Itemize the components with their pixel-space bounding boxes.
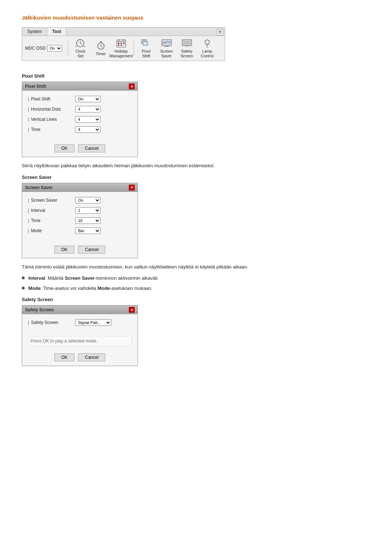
screen-saver-footer: OK Cancel — [22, 243, 138, 258]
mode-label: Mode — [28, 228, 75, 233]
safety-screen-section-header: Safety Screen — [22, 297, 370, 302]
toolbar: System Tool ? MDC OSD On Off ClockSet — [22, 27, 225, 61]
pixel-shift-row-2: Horizontal Dots 12345 — [28, 106, 132, 112]
pixel-shift-field-label: Pixel Shift — [28, 97, 75, 102]
toolbar-icon-safety-screen[interactable]: SafetyScreen — [177, 38, 196, 58]
pixel-shift-row-1: Pixel Shift OnOff — [28, 96, 132, 102]
vertical-lines-label: Vertical Lines — [28, 117, 75, 122]
pixel-shift-cancel-button[interactable]: Cancel — [78, 144, 105, 152]
bullet-mode-text: Mode: Time-asetus voi vaihdella Mode-ase… — [28, 285, 152, 292]
svg-rect-9 — [121, 43, 122, 44]
pixel-shift-ok-button[interactable]: OK — [54, 144, 74, 152]
safety-screen-label: SafetyScreen — [180, 49, 193, 58]
screen-saver-section-header: Screen Saver — [22, 175, 370, 180]
screen-saver-description: Tämä toiminto estää jälkikuvien muodostu… — [22, 263, 370, 271]
toolbar-icon-pixel-shift[interactable]: PixelShift — [137, 38, 156, 58]
toolbar-divider-1 — [68, 41, 68, 56]
interval-label: Interval — [28, 208, 75, 213]
mdc-osd-control: MDC OSD On Off — [25, 45, 62, 52]
screen-saver-title-bar: Screen Saver ✕ — [22, 183, 138, 192]
toolbar-icon-screen-saver[interactable]: ScreenSaver — [157, 38, 176, 58]
toolbar-tabs: System Tool — [22, 28, 225, 36]
time-select-ps[interactable]: 12345 — [75, 126, 101, 133]
lamp-control-icon — [201, 38, 213, 48]
toolbar-icon-clock-set[interactable]: ClockSet — [71, 38, 90, 58]
timer-label: Timer — [96, 52, 106, 56]
pixel-shift-title: Pixel Shift — [25, 84, 46, 89]
screen-saver-select[interactable]: OnOff — [75, 197, 101, 204]
safety-screen-note: Press OK to play a selected mode. — [28, 336, 132, 346]
svg-rect-11 — [118, 45, 119, 46]
svg-rect-14 — [143, 41, 148, 45]
screen-saver-row-1: Screen Saver OnOff — [28, 197, 132, 204]
screen-saver-dialog-body: Screen Saver OnOff Interval 123 Time 102… — [22, 192, 138, 243]
holiday-management-label: HolidayManagement — [110, 49, 133, 58]
svg-rect-10 — [123, 43, 124, 44]
safety-screen-dialog-body: Safety Screen Signal Patt... All White S… — [22, 314, 138, 335]
toolbar-icon-lamp-control[interactable]: LampControl — [198, 38, 217, 58]
pixel-shift-row-4: Time 12345 — [28, 126, 132, 133]
pixel-shift-dialog-body: Pixel Shift OnOff Horizontal Dots 12345 … — [22, 91, 138, 141]
pixel-shift-row-3: Vertical Lines 12345 — [28, 116, 132, 123]
safety-screen-ok-button[interactable]: OK — [54, 353, 74, 361]
help-button[interactable]: ? — [217, 29, 223, 36]
svg-rect-8 — [118, 43, 119, 44]
bullet-dot-2 — [22, 287, 25, 290]
screen-saver-close-button[interactable]: ✕ — [129, 185, 135, 190]
time-label-ss: Time — [28, 218, 75, 223]
clock-set-label: ClockSet — [75, 49, 86, 58]
bullet-mode: Mode: Time-asetus voi vaihdella Mode-ase… — [22, 285, 370, 292]
page-title: Jälkikuvien muodostumisen vastainen suoj… — [22, 15, 370, 21]
pixel-shift-footer: OK Cancel — [22, 141, 138, 157]
pixel-shift-icon — [140, 38, 152, 48]
holiday-management-icon — [115, 38, 127, 48]
screen-saver-bullet-list: Interval: Määritä Screen Saver-toiminnon… — [22, 275, 370, 292]
pixel-shift-dialog: Pixel Shift ✕ Pixel Shift OnOff Horizont… — [22, 82, 138, 157]
safety-screen-icon — [181, 38, 193, 48]
pixel-shift-title-bar: Pixel Shift ✕ — [22, 82, 138, 91]
time-label-ps: Time — [28, 127, 75, 132]
svg-line-31 — [210, 41, 211, 41]
screen-saver-row-2: Interval 123 — [28, 207, 132, 214]
safety-screen-close-button[interactable]: ✕ — [129, 307, 135, 313]
screen-saver-row-4: Mode BarEraserPixel — [28, 227, 132, 234]
tab-system[interactable]: System — [22, 28, 47, 36]
safety-screen-select[interactable]: Signal Patt... All White Scroll — [75, 319, 111, 326]
safety-screen-field-label: Safety Screen — [28, 320, 75, 325]
svg-rect-12 — [121, 45, 122, 46]
safety-screen-title-bar: Safety Screen ✕ — [22, 305, 138, 314]
pixel-shift-section-header: Pixel Shift — [22, 73, 370, 79]
pixel-shift-close-button[interactable]: ✕ — [129, 83, 135, 89]
bullet-interval-text: Interval: Määritä Screen Saver-toiminnon… — [28, 275, 159, 282]
mdc-osd-select[interactable]: On Off — [47, 45, 62, 52]
interval-select[interactable]: 123 — [75, 207, 101, 214]
toolbar-icon-holiday-management[interactable]: HolidayManagement — [112, 38, 131, 58]
screen-saver-cancel-button[interactable]: Cancel — [78, 246, 105, 254]
pixel-shift-select[interactable]: OnOff — [75, 96, 101, 102]
pixel-shift-description: Siirrä näyttökuvan paikkaa tietyin aikav… — [22, 162, 370, 169]
screen-saver-dialog: Screen Saver ✕ Screen Saver OnOff Interv… — [22, 183, 138, 258]
svg-rect-25 — [185, 46, 188, 46]
bullet-dot-1 — [22, 276, 25, 279]
screen-saver-ok-button[interactable]: OK — [54, 246, 74, 254]
timer-icon — [95, 41, 107, 51]
clock-set-icon — [75, 38, 86, 48]
tab-tool[interactable]: Tool — [47, 28, 66, 36]
vertical-lines-select[interactable]: 12345 — [75, 116, 101, 123]
screen-saver-row-3: Time 102030 — [28, 217, 132, 224]
mdc-osd-label: MDC OSD — [25, 46, 46, 51]
lamp-control-label: LampControl — [201, 49, 213, 58]
screen-saver-field-label: Screen Saver — [28, 198, 75, 203]
svg-point-26 — [205, 40, 209, 44]
svg-line-30 — [204, 41, 205, 41]
horizontal-dots-select[interactable]: 12345 — [75, 106, 101, 112]
safety-screen-dialog: Safety Screen ✕ Safety Screen Signal Pat… — [22, 305, 138, 366]
toolbar-icon-timer[interactable]: Timer — [91, 41, 110, 56]
time-select-ss[interactable]: 102030 — [75, 217, 101, 224]
screen-saver-icon — [161, 38, 172, 48]
safety-screen-cancel-button[interactable]: Cancel — [78, 353, 105, 361]
mode-select[interactable]: BarEraserPixel — [75, 227, 101, 234]
bullet-interval: Interval: Määritä Screen Saver-toiminnon… — [22, 275, 370, 282]
safety-screen-title: Safety Screen — [25, 307, 54, 312]
toolbar-divider-2 — [134, 41, 134, 56]
